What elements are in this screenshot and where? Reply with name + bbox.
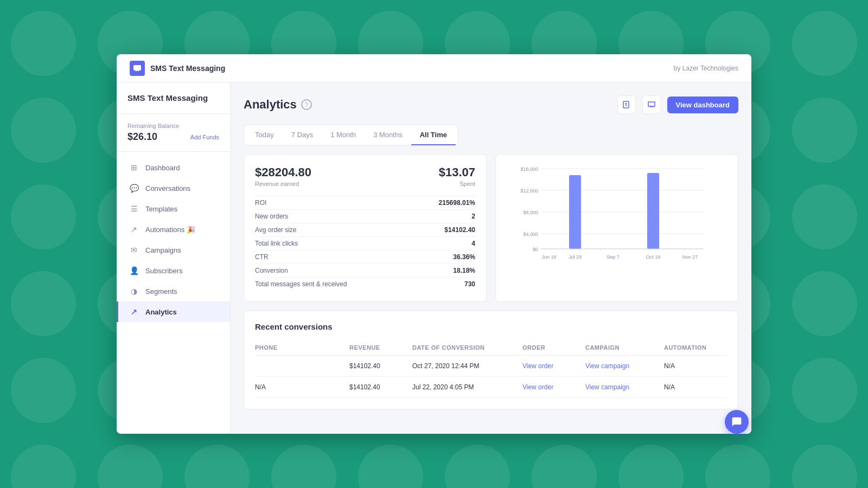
sidebar-item-subscribers[interactable]: 👤 Subscribers xyxy=(117,260,230,281)
tab-7days[interactable]: 7 Days xyxy=(283,125,322,145)
balance-label: Remaining Balance xyxy=(127,123,219,129)
tab-1month[interactable]: 1 Month xyxy=(322,125,365,145)
svg-rect-14 xyxy=(569,175,581,249)
metric-roi: ROI 215698.01% xyxy=(255,196,475,209)
spent-amount: $13.07 xyxy=(439,165,475,179)
page-title-row: Analytics ? xyxy=(244,98,312,112)
add-funds-button[interactable]: Add Funds xyxy=(190,134,219,140)
balance-row: $26.10 Add Funds xyxy=(127,131,219,143)
svg-text:Jun 18: Jun 18 xyxy=(541,254,556,260)
row1-campaign-link[interactable]: View campaign xyxy=(585,362,664,370)
metric-conversion: Conversion 18.18% xyxy=(255,264,475,277)
col-revenue: Revenue xyxy=(349,344,412,351)
sidebar-item-dashboard[interactable]: ⊞ Dashboard xyxy=(117,157,230,178)
chart-card: $16,000 $12,000 $8,000 $4,000 $0 Jun 18 xyxy=(495,154,738,302)
top-bar-left: SMS Text Messaging xyxy=(130,61,225,76)
pie-icon: ◑ xyxy=(129,286,139,296)
row2-date: Jul 22, 2020 4:05 PM xyxy=(412,383,522,391)
chat-fab-button[interactable] xyxy=(725,410,749,434)
svg-text:$4,000: $4,000 xyxy=(523,232,538,237)
row2-phone: N/A xyxy=(255,383,349,391)
tab-today[interactable]: Today xyxy=(246,125,283,145)
sidebar-item-label: Dashboard xyxy=(145,164,180,172)
sidebar-item-label: Campaigns xyxy=(145,246,181,254)
tab-3months[interactable]: 3 Months xyxy=(365,125,411,145)
svg-text:Jul 29: Jul 29 xyxy=(569,254,582,260)
balance-amount: $26.10 xyxy=(127,131,157,143)
chat-icon-button[interactable] xyxy=(642,95,661,114)
sidebar-brand: SMS Text Messaging xyxy=(117,93,230,114)
row2-order-link[interactable]: View order xyxy=(522,383,585,391)
page-title: Analytics xyxy=(244,98,297,112)
spent-label: Spent xyxy=(439,181,475,187)
svg-text:Sep 7: Sep 7 xyxy=(607,254,620,260)
svg-text:$12,000: $12,000 xyxy=(520,188,538,194)
main-layout: SMS Text Messaging Remaining Balance $26… xyxy=(117,82,751,434)
page-header: Analytics ? xyxy=(244,95,738,114)
help-icon[interactable]: ? xyxy=(301,99,312,110)
col-phone: Phone xyxy=(255,344,349,351)
top-bar: SMS Text Messaging by Lazer Technologies xyxy=(117,54,751,82)
metric-new-orders: New orders 2 xyxy=(255,209,475,223)
share-icon: ↗ xyxy=(129,224,139,234)
sidebar-item-conversations[interactable]: 💬 Conversations xyxy=(117,178,230,198)
app-logo xyxy=(130,61,145,76)
svg-text:Oct 18: Oct 18 xyxy=(646,254,661,260)
row1-revenue: $14102.40 xyxy=(349,362,412,370)
svg-rect-15 xyxy=(647,173,659,249)
view-dashboard-button[interactable]: View dashboard xyxy=(667,97,738,113)
conversions-title: Recent conversions xyxy=(255,322,727,331)
tab-alltime[interactable]: All Time xyxy=(411,125,456,145)
sidebar-item-label: Analytics xyxy=(145,308,177,316)
bar-chart: $16,000 $12,000 $8,000 $4,000 $0 Jun 18 xyxy=(505,163,729,272)
sidebar-item-analytics[interactable]: ↗ Analytics xyxy=(117,301,230,322)
row1-order-link[interactable]: View order xyxy=(522,362,585,370)
svg-text:Nov 27: Nov 27 xyxy=(682,254,698,260)
sidebar-item-templates[interactable]: ☰ Templates xyxy=(117,198,230,219)
revenue-block: $28204.80 Revenue earned xyxy=(255,165,311,187)
sidebar-item-segments[interactable]: ◑ Segments xyxy=(117,281,230,301)
metrics-card: $28204.80 Revenue earned $13.07 Spent RO… xyxy=(244,154,487,302)
content-area: Analytics ? xyxy=(231,82,751,434)
metric-messages: Total messages sent & received 730 xyxy=(255,277,475,291)
row1-automation: N/A xyxy=(664,362,727,370)
sidebar-item-label: Automations 🎉 xyxy=(145,226,195,234)
chat-icon: 💬 xyxy=(129,183,139,193)
row2-campaign-link[interactable]: View campaign xyxy=(585,383,664,391)
sidebar-item-label: Templates xyxy=(145,205,177,213)
top-bar-by: by Lazer Technologies xyxy=(674,65,738,72)
message-icon: ✉ xyxy=(129,245,139,255)
metric-avg-order: Avg order size $14102.40 xyxy=(255,223,475,236)
list-icon: ☰ xyxy=(129,204,139,214)
svg-text:$0: $0 xyxy=(533,247,538,252)
stats-grid: $28204.80 Revenue earned $13.07 Spent RO… xyxy=(244,154,738,302)
spent-block: $13.07 Spent xyxy=(439,165,475,187)
sidebar-item-label: Conversations xyxy=(145,184,190,192)
col-automation: Automation xyxy=(664,344,727,351)
sidebar-item-label: Subscribers xyxy=(145,267,183,275)
chart-container: $16,000 $12,000 $8,000 $4,000 $0 Jun 18 xyxy=(505,163,729,272)
edit-icon-button[interactable] xyxy=(617,95,636,114)
revenue-amount: $28204.80 xyxy=(255,165,311,179)
table-header: Phone Revenue Date Of Conversion Order C… xyxy=(255,340,727,356)
col-order: Order xyxy=(522,344,585,351)
chart-icon: ↗ xyxy=(129,307,139,317)
sidebar-item-automations[interactable]: ↗ Automations 🎉 xyxy=(117,219,230,240)
svg-text:$16,000: $16,000 xyxy=(520,166,538,172)
sidebar-item-label: Segments xyxy=(145,287,177,296)
metrics-top: $28204.80 Revenue earned $13.07 Spent xyxy=(255,165,475,187)
revenue-label: Revenue earned xyxy=(255,181,311,187)
metric-ctr: CTR 36.36% xyxy=(255,250,475,264)
header-actions: View dashboard xyxy=(617,95,738,114)
sidebar-item-campaigns[interactable]: ✉ Campaigns xyxy=(117,240,230,260)
col-date: Date Of Conversion xyxy=(412,344,522,351)
users-icon: 👤 xyxy=(129,266,139,275)
time-tabs: Today 7 Days 1 Month 3 Months All Time xyxy=(244,125,458,145)
svg-rect-0 xyxy=(133,65,141,70)
top-bar-title: SMS Text Messaging xyxy=(150,64,225,73)
row2-automation: N/A xyxy=(664,383,727,391)
svg-text:$8,000: $8,000 xyxy=(523,210,538,215)
table-row: $14102.40 Oct 27, 2020 12:44 PM View ord… xyxy=(255,356,727,377)
row1-date: Oct 27, 2020 12:44 PM xyxy=(412,362,522,370)
grid-icon: ⊞ xyxy=(129,163,139,172)
